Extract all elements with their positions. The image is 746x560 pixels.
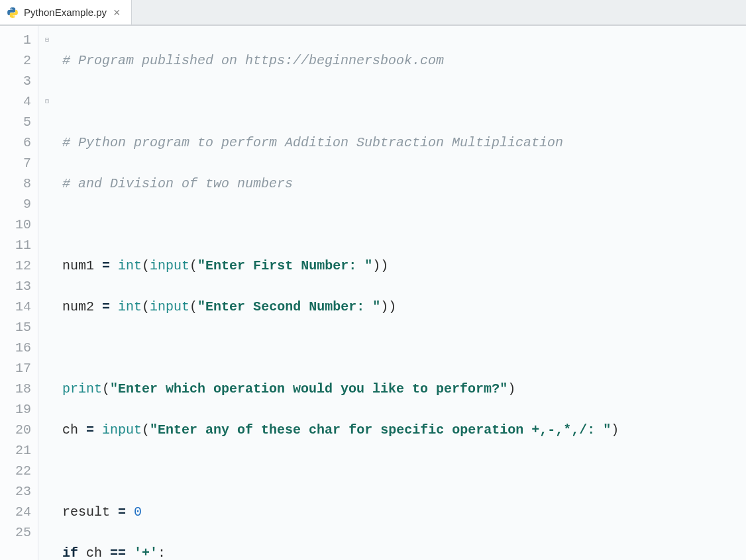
tab-title: PythonExample.py — [24, 7, 107, 18]
line-number-gutter: 1234567891011121314151617181920212223242… — [0, 26, 38, 560]
python-file-icon — [7, 7, 19, 19]
line-number: 9 — [0, 194, 31, 214]
line-number: 5 — [0, 112, 31, 132]
tab-bar: PythonExample.py × — [0, 0, 746, 25]
code-line: result = 0 — [62, 502, 746, 522]
line-number: 2 — [0, 50, 31, 71]
ide-window: PythonExample.py × 123456789101112131415… — [0, 0, 746, 560]
code-editor[interactable]: # Program published on https://beginners… — [56, 26, 746, 560]
code-line: # Python program to perform Addition Sub… — [62, 132, 746, 153]
line-number: 20 — [0, 420, 31, 440]
line-number: 14 — [0, 297, 31, 317]
code-line: num1 = int(input("Enter First Number: ")… — [62, 256, 746, 276]
line-number: 22 — [0, 461, 31, 481]
line-number: 6 — [0, 132, 31, 153]
editor-area[interactable]: 1234567891011121314151617181920212223242… — [0, 25, 746, 560]
line-number: 3 — [0, 71, 31, 91]
code-line: num2 = int(input("Enter Second Number: "… — [62, 297, 746, 317]
line-number: 19 — [0, 399, 31, 420]
code-line: # Program published on https://beginners… — [62, 50, 746, 71]
line-number: 18 — [0, 379, 31, 399]
code-line: ch = input("Enter any of these char for … — [62, 420, 746, 440]
code-line: # and Division of two numbers — [62, 173, 746, 194]
line-number: 1 — [0, 30, 31, 50]
line-number: 24 — [0, 502, 31, 522]
code-line — [62, 91, 746, 112]
line-number: 17 — [0, 358, 31, 379]
line-number: 11 — [0, 235, 31, 256]
line-number: 7 — [0, 153, 31, 173]
line-number: 21 — [0, 440, 31, 461]
line-number: 23 — [0, 481, 31, 502]
line-number: 15 — [0, 317, 31, 338]
close-tab-button[interactable]: × — [112, 5, 122, 20]
line-number: 12 — [0, 256, 31, 276]
code-line — [62, 214, 746, 235]
line-number: 8 — [0, 173, 31, 194]
code-line: if ch == '+': — [62, 543, 746, 560]
fold-marker-icon[interactable]: ⊟ — [38, 91, 56, 112]
code-line — [62, 338, 746, 358]
fold-marker-icon[interactable]: ⊟ — [38, 30, 56, 50]
code-line: print("Enter which operation would you l… — [62, 379, 746, 399]
fold-gutter: ⊟ ⊟ — [38, 26, 56, 560]
line-number: 4 — [0, 91, 31, 112]
line-number: 10 — [0, 214, 31, 235]
editor-tab[interactable]: PythonExample.py × — [0, 0, 132, 24]
line-number: 25 — [0, 522, 31, 543]
line-number: 13 — [0, 276, 31, 297]
line-number: 16 — [0, 338, 31, 358]
code-line — [62, 461, 746, 481]
